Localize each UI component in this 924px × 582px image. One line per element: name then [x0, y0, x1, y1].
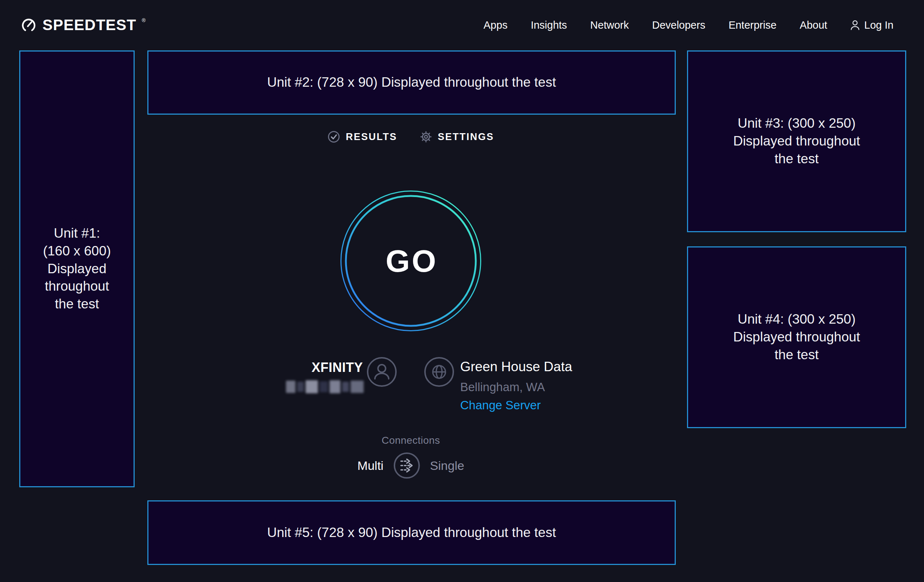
ad-unit-3[interactable]: Unit #3: (300 x 250) Displayed throughou…	[687, 50, 906, 232]
nav-link-about[interactable]: About	[800, 19, 827, 31]
nav-link-apps[interactable]: Apps	[483, 19, 507, 31]
login-label: Log In	[864, 19, 894, 31]
view-tabs: RESULTS SETTINGS	[328, 130, 494, 143]
go-label: GO	[338, 188, 483, 333]
tab-settings-label: SETTINGS	[438, 131, 494, 143]
ad-unit-5-text: Unit #5: (728 x 90) Displayed throughout…	[267, 524, 556, 542]
ad-unit-2[interactable]: Unit #2: (728 x 90) Displayed throughout…	[147, 50, 676, 115]
gear-icon	[419, 130, 432, 143]
change-server-link[interactable]: Change Server	[460, 398, 541, 412]
ad-unit-3-text: Unit #3: (300 x 250) Displayed throughou…	[733, 115, 860, 168]
tab-results-label: RESULTS	[346, 131, 398, 143]
ad-unit-1-text: Unit #1: (160 x 600) Displayed throughou…	[43, 224, 111, 313]
check-circle-icon	[328, 130, 340, 143]
nav-links: Apps Insights Network Developers Enterpr…	[483, 19, 894, 31]
connections-multi-option[interactable]: Multi	[358, 458, 384, 473]
connections-label: Connections	[381, 435, 440, 446]
ad-unit-4-text: Unit #4: (300 x 250) Displayed throughou…	[733, 311, 860, 364]
nav-link-network[interactable]: Network	[590, 19, 629, 31]
top-nav: SPEEDTEST ® Apps Insights Network Develo…	[0, 0, 924, 50]
isp-ip-redacted	[286, 379, 364, 394]
nav-link-insights[interactable]: Insights	[531, 19, 567, 31]
go-button[interactable]: GO	[338, 188, 483, 333]
tab-settings[interactable]: SETTINGS	[419, 130, 494, 143]
tab-results[interactable]: RESULTS	[328, 130, 398, 143]
connections-toggle-icon[interactable]	[393, 452, 421, 479]
connections-toggle-row: Multi Single	[358, 452, 464, 479]
connections-single-option[interactable]: Single	[430, 458, 465, 473]
login-button[interactable]: Log In	[850, 19, 894, 31]
isp-person-icon	[366, 357, 397, 387]
isp-name: XFINITY	[254, 360, 363, 375]
speedtest-logo[interactable]: SPEEDTEST ®	[20, 16, 145, 34]
server-name: Green House Data	[460, 359, 573, 374]
server-globe-icon	[424, 357, 454, 387]
speedtest-page: SPEEDTEST ® Apps Insights Network Develo…	[0, 0, 924, 582]
ad-unit-5[interactable]: Unit #5: (728 x 90) Displayed throughout…	[147, 500, 676, 565]
nav-link-developers[interactable]: Developers	[652, 19, 706, 31]
logo-trademark: ®	[142, 18, 145, 23]
ad-unit-2-text: Unit #2: (728 x 90) Displayed throughout…	[267, 74, 556, 91]
ad-unit-1[interactable]: Unit #1: (160 x 600) Displayed throughou…	[19, 50, 135, 487]
logo-text: SPEEDTEST	[43, 16, 137, 34]
nav-link-enterprise[interactable]: Enterprise	[728, 19, 776, 31]
gauge-icon	[20, 17, 37, 34]
ad-unit-4[interactable]: Unit #4: (300 x 250) Displayed throughou…	[687, 246, 906, 428]
server-location: Bellingham, WA	[460, 380, 545, 394]
user-icon	[850, 20, 860, 30]
